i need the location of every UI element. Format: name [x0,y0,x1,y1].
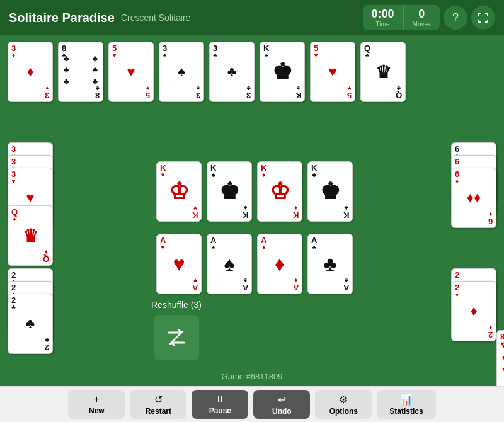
time-value: 0:00 [372,8,394,21]
new-label: New [89,406,105,415]
options-icon: ⚙ [339,394,348,406]
undo-icon: ↩ [278,394,286,406]
options-label: Options [329,407,358,416]
pause-button[interactable]: ⏸ Pause [192,390,248,419]
header: Solitaire Paradise Crescent Solitaire 0:… [0,0,504,35]
game-type: Crescent Solitaire [121,13,191,23]
options-button[interactable]: ⚙ Options [315,390,372,419]
pause-icon: ⏸ [215,394,225,405]
fullscreen-button[interactable] [471,6,495,30]
time-label: Time [376,21,390,28]
moves-label: Moves [413,21,431,28]
undo-label: Undo [272,407,292,416]
statistics-label: Statistics [389,407,423,416]
restart-button[interactable]: ↺ Restart [130,390,186,419]
pause-label: Pause [209,406,231,415]
moves-display: 0 Moves [404,5,440,30]
game-number: Game #6811809 [222,372,283,381]
reshuffle-button[interactable] [154,315,199,360]
new-button[interactable]: + New [68,390,125,419]
time-display: 0:00 Time [363,5,404,30]
toolbar: + New ↺ Restart ⏸ Pause ↩ Undo ⚙ Options… [0,386,504,422]
stats-box: 0:00 Time 0 Moves [363,5,440,30]
header-controls: 0:00 Time 0 Moves ? [363,5,495,30]
reshuffle-area: Reshuffle (3) [151,300,202,360]
restart-icon: ↺ [154,394,163,406]
statistics-button[interactable]: 📊 Statistics [377,390,435,419]
undo-button[interactable]: ↩ Undo [253,390,310,419]
new-icon: + [94,394,100,405]
statistics-icon: 📊 [400,394,413,406]
help-button[interactable]: ? [444,6,467,30]
restart-label: Restart [146,407,171,416]
app-title: Solitaire Paradise [9,11,115,25]
moves-value: 0 [418,8,425,21]
reshuffle-label: Reshuffle (3) [151,300,202,310]
game-area: 3♦ ♦ 3♦ 8♣ ♣ ♣ ♣ ♣ ♣ ♣ 8♣ 5♥ ♥ 5♥ 3♠ ♠ 3… [0,35,504,386]
